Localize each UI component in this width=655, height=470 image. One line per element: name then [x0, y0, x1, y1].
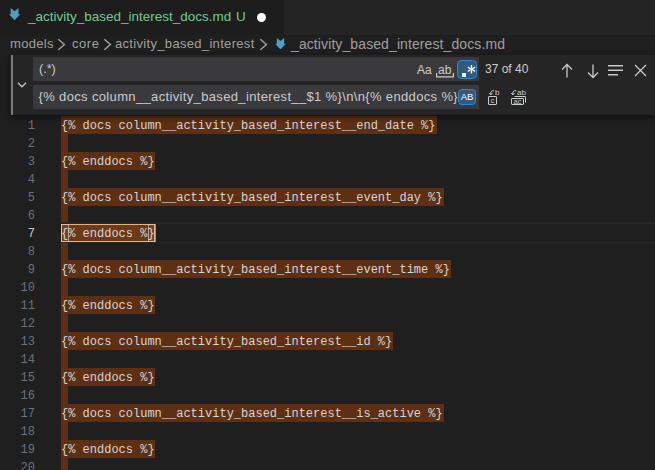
svg-text:ac: ac — [514, 97, 522, 105]
svg-text:b: b — [495, 89, 500, 97]
svg-text:c: c — [490, 96, 494, 105]
